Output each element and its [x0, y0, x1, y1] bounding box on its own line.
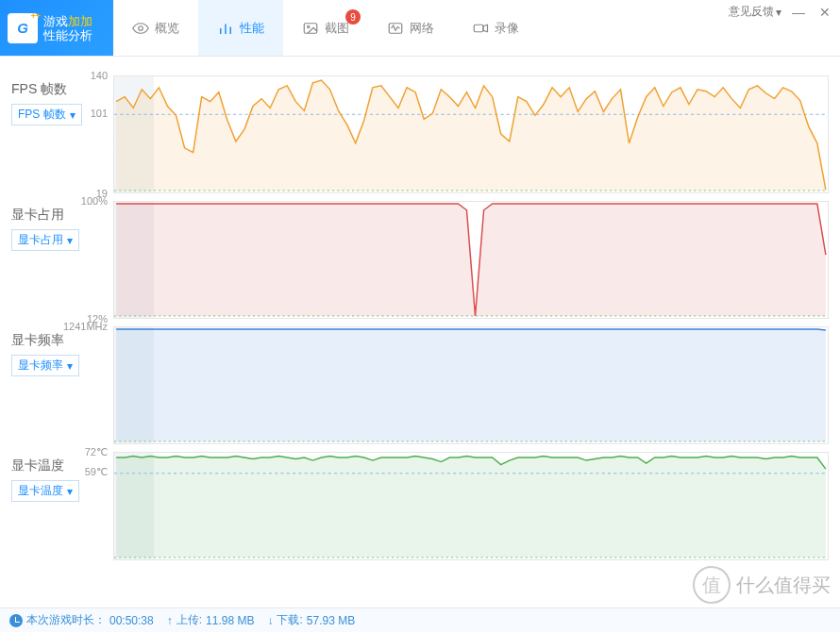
upload-stat: ↑ 上传: 11.98 MB [167, 612, 255, 628]
svg-rect-4 [304, 23, 317, 33]
eye-icon [132, 20, 149, 37]
logo-line1a: 游戏 [43, 14, 68, 28]
session-time: 本次游戏时长： 00:50:38 [9, 612, 154, 628]
tab-performance[interactable]: 性能 [198, 0, 283, 56]
content-area: FPS 帧数 FPS 帧数▾ 140 101 19 显卡占用 显卡占用▾ 100… [0, 57, 840, 607]
panel-gpu-usage: 显卡占用 显卡占用▾ 100% 12% [11, 201, 829, 319]
svg-rect-6 [389, 23, 402, 33]
logo-block: G 游戏加加 性能分析 [0, 0, 113, 56]
topbar: G 游戏加加 性能分析 概览 性能 截图 9 网络 [0, 0, 840, 57]
gpu-temp-ymin: 59℃ [85, 465, 108, 477]
chart-gpu-usage [113, 201, 829, 319]
statusbar: 本次游戏时长： 00:50:38 ↑ 上传: 11.98 MB ↓ 下载: 57… [0, 607, 840, 632]
barchart-icon [217, 20, 234, 37]
app-window: G 游戏加加 性能分析 概览 性能 截图 9 网络 [0, 0, 840, 632]
upload-value: 11.98 MB [206, 614, 254, 627]
panel-gpu-clock: 显卡频率 显卡频率▾ 1241MHz [11, 326, 829, 444]
panel-fps-dd-label: FPS 帧数 [18, 107, 66, 123]
fps-ymid: 101 [91, 108, 108, 119]
download-label: 下载: [277, 612, 302, 628]
tab-network[interactable]: 网络 [368, 0, 453, 56]
minimize-button[interactable]: — [789, 5, 808, 20]
gpu-usage-ymax: 100% [81, 195, 108, 207]
gpu-temp-ymax: 72℃ [85, 446, 108, 458]
tab-performance-label: 性能 [240, 20, 264, 37]
window-controls: 意见反馈▾ — ✕ [729, 4, 834, 20]
upload-label: 上传: [176, 612, 202, 628]
panel-gpu-clock-dd-label: 显卡频率 [18, 358, 63, 374]
upload-icon: ↑ [167, 614, 173, 627]
panel-fps: FPS 帧数 FPS 帧数▾ 140 101 19 [11, 75, 829, 193]
feedback-label: 意见反馈 [729, 4, 774, 20]
gpu-clock-ymax: 1241MHz [63, 321, 108, 332]
logo-icon: G [8, 13, 38, 43]
logo-line2: 性能分析 [43, 28, 92, 42]
tab-screenshot[interactable]: 截图 9 [283, 0, 368, 56]
panel-gpu-usage-dd-label: 显卡占用 [18, 232, 63, 248]
tab-screenshot-label: 截图 [325, 20, 349, 37]
clock-icon [9, 614, 23, 627]
session-label: 本次游戏时长： [26, 612, 106, 628]
download-stat: ↓ 下载: 57.93 MB [267, 612, 355, 628]
tab-overview-label: 概览 [155, 20, 179, 37]
logo-line1b: 加加 [68, 14, 92, 28]
logo-text: 游戏加加 性能分析 [43, 14, 92, 42]
session-value: 00:50:38 [109, 614, 154, 627]
svg-point-0 [139, 25, 143, 30]
svg-rect-7 [474, 25, 483, 32]
svg-marker-8 [483, 25, 488, 32]
chevron-down-icon: ▾ [776, 6, 781, 19]
chart-gpu-temp [113, 452, 829, 560]
chart-gpu-clock [113, 326, 829, 444]
close-button[interactable]: ✕ [815, 5, 834, 20]
tab-network-label: 网络 [410, 20, 434, 37]
panel-gpu-temp-dd-label: 显卡温度 [18, 483, 63, 499]
svg-point-5 [308, 25, 310, 27]
image-icon [302, 20, 319, 37]
tab-overview[interactable]: 概览 [113, 0, 198, 56]
tab-record-label: 录像 [495, 20, 519, 37]
chart-fps [113, 75, 829, 193]
fps-ymax: 140 [91, 70, 108, 81]
panel-gpu-temp: 显卡温度 显卡温度▾ 72℃ 59℃ [11, 452, 829, 560]
download-icon: ↓ [267, 614, 273, 627]
video-icon [472, 20, 489, 37]
activity-icon [387, 20, 404, 37]
download-value: 57.93 MB [307, 614, 355, 627]
screenshot-badge: 9 [345, 9, 361, 25]
tab-record[interactable]: 录像 [453, 0, 538, 56]
feedback-link[interactable]: 意见反馈▾ [729, 4, 781, 20]
